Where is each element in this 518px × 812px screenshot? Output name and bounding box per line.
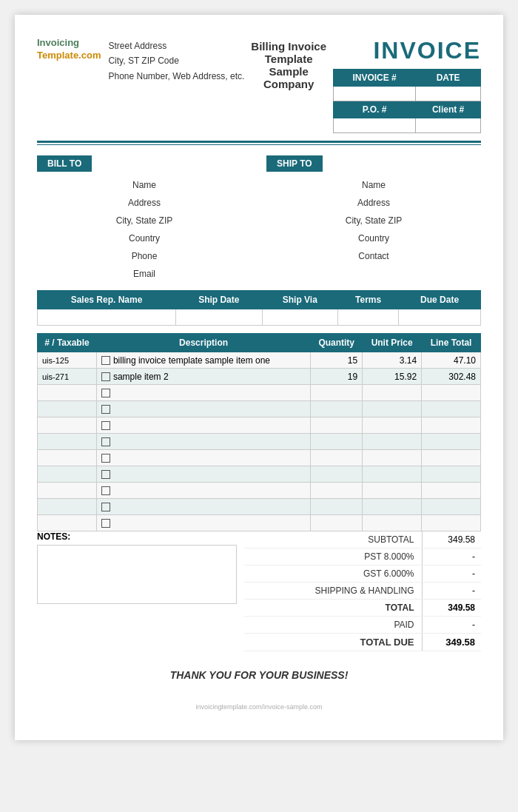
- thank-you-text: THANK YOU FOR YOUR BUSINESS!: [37, 669, 481, 681]
- shipping-row: SHIPPING & HANDLING -: [244, 583, 481, 600]
- po-header: P.O. #: [334, 101, 416, 118]
- sales-rep-header: Sales Rep. Name: [38, 291, 176, 309]
- bill-name: Name: [37, 176, 252, 194]
- table-row: [38, 417, 481, 434]
- col-unit-price: Unit Price: [363, 334, 422, 352]
- item-line-total: [422, 515, 481, 531]
- table-row: uis-271sample item 21915.92302.48: [38, 369, 481, 385]
- logo-template: Template.com: [37, 50, 101, 61]
- total-due-value: 349.58: [422, 634, 481, 651]
- item-description: sample item 2: [96, 369, 310, 385]
- table-row: [38, 499, 481, 515]
- shipping-value: -: [422, 583, 481, 600]
- subtotal-value: 349.58: [422, 531, 481, 548]
- due-date-value: [399, 309, 481, 326]
- table-row: [38, 450, 481, 466]
- pst-label: PST 8.000%: [244, 548, 422, 566]
- subtotal-label: SUBTOTAL: [244, 531, 422, 548]
- ship-name: Name: [266, 176, 481, 194]
- item-description: [96, 450, 310, 466]
- item-quantity: 15: [311, 352, 363, 369]
- item-quantity: [311, 450, 363, 466]
- notes-box[interactable]: [37, 545, 237, 604]
- total-due-label: TOTAL DUE: [244, 634, 422, 651]
- col-number-taxable: # / Taxable: [38, 334, 97, 352]
- date-value: [416, 87, 481, 101]
- item-quantity: [311, 515, 363, 531]
- gst-label: GST 6.000%: [244, 566, 422, 583]
- item-line-total: [422, 483, 481, 499]
- invoice-info-table: INVOICE # DATE P.O. # Client #: [333, 69, 481, 133]
- total-label: TOTAL: [244, 600, 422, 617]
- address-line3: Phone Number, Web Address, etc.: [108, 69, 244, 84]
- invoice-title: INVOICE: [333, 37, 481, 64]
- item-checkbox[interactable]: [101, 372, 110, 381]
- item-unit-price: [363, 499, 422, 515]
- company-name: Billing Invoice Template Sample Company: [244, 37, 333, 90]
- item-checkbox[interactable]: [101, 470, 110, 479]
- totals-section: SUBTOTAL 349.58 PST 8.000% - GST 6.000% …: [244, 531, 481, 651]
- item-quantity: [311, 499, 363, 515]
- total-row: TOTAL 349.58: [244, 600, 481, 617]
- item-checkbox[interactable]: [101, 356, 110, 365]
- item-quantity: [311, 417, 363, 434]
- item-unit-price: [363, 515, 422, 531]
- item-checkbox[interactable]: [101, 486, 110, 495]
- bill-country: Country: [37, 229, 252, 247]
- date-header: DATE: [416, 70, 481, 87]
- item-line-total: [422, 499, 481, 515]
- bill-ship-labels: BILL TO SHIP TO: [37, 155, 481, 172]
- ship-date-header: Ship Date: [176, 291, 263, 309]
- table-row: [38, 434, 481, 450]
- notes-section: NOTES:: [37, 531, 237, 651]
- item-id: [38, 434, 97, 450]
- item-unit-price: 3.14: [363, 352, 422, 369]
- item-line-total: [422, 417, 481, 434]
- item-id: [38, 401, 97, 417]
- bill-to-details: Name Address City, State ZIP Country Pho…: [37, 176, 252, 283]
- item-checkbox[interactable]: [101, 405, 110, 414]
- subtotal-row: SUBTOTAL 349.58: [244, 531, 481, 548]
- sales-rep-value: [38, 309, 176, 326]
- header: Invoicing Template.com Street Address Ci…: [37, 37, 481, 133]
- item-checkbox[interactable]: [101, 389, 110, 397]
- gst-row: GST 6.000% -: [244, 566, 481, 583]
- item-description: [96, 466, 310, 483]
- item-checkbox[interactable]: [101, 519, 110, 528]
- item-id: [38, 385, 97, 401]
- client-value: [416, 118, 481, 133]
- paid-value: -: [422, 617, 481, 634]
- ship-city-state-zip: City, State ZIP: [266, 212, 481, 229]
- item-unit-price: [363, 466, 422, 483]
- divider: [37, 141, 481, 145]
- item-checkbox[interactable]: [101, 503, 110, 511]
- item-unit-price: [363, 385, 422, 401]
- invoice-num-header: INVOICE #: [334, 70, 416, 87]
- ship-date-value: [176, 309, 263, 326]
- item-id: [38, 466, 97, 483]
- logo-invoicing: Invoicing: [37, 37, 79, 48]
- item-id: uis-125: [38, 352, 97, 369]
- col-line-total: Line Total: [422, 334, 481, 352]
- item-unit-price: [363, 417, 422, 434]
- paid-label: PAID: [244, 617, 422, 634]
- ship-to-details: Name Address City, State ZIP Country Con…: [266, 176, 481, 283]
- terms-value: [338, 309, 399, 326]
- ship-to-label-container: SHIP TO: [266, 155, 481, 172]
- item-checkbox[interactable]: [101, 437, 110, 446]
- item-unit-price: [363, 450, 422, 466]
- item-unit-price: [363, 483, 422, 499]
- item-checkbox[interactable]: [101, 421, 110, 430]
- pst-row: PST 8.000% -: [244, 548, 481, 566]
- sales-rep-table: Sales Rep. Name Ship Date Ship Via Terms…: [37, 290, 481, 326]
- table-row: [38, 385, 481, 401]
- item-quantity: [311, 385, 363, 401]
- address-line2: City, ST ZIP Code: [108, 53, 244, 68]
- ship-to-label: SHIP TO: [266, 155, 323, 172]
- item-line-total: [422, 434, 481, 450]
- item-unit-price: 15.92: [363, 369, 422, 385]
- item-id: uis-271: [38, 369, 97, 385]
- item-line-total: [422, 466, 481, 483]
- item-id: [38, 417, 97, 434]
- item-checkbox[interactable]: [101, 454, 110, 463]
